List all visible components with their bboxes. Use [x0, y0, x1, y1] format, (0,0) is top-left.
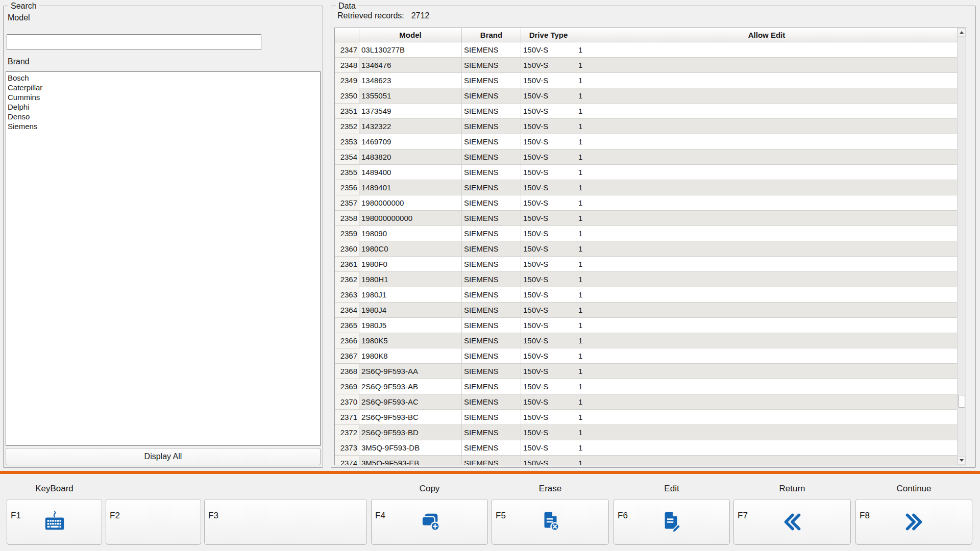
table-row[interactable]: 23571980000000SIEMENS150V-S1	[335, 195, 966, 211]
column-header-brand[interactable]: Brand	[462, 28, 521, 42]
cell-c4: 1	[576, 394, 957, 410]
table-row[interactable]: 23722S6Q-9F593-BDSIEMENS150V-S1	[335, 425, 966, 440]
table-row[interactable]: 23551489400SIEMENS150V-S1	[335, 165, 966, 180]
brand-option[interactable]: Siemens	[6, 121, 320, 131]
cell-c1: 1980C0	[359, 241, 462, 257]
column-header-model[interactable]: Model	[359, 28, 462, 42]
f3-button[interactable]: F3	[204, 499, 367, 545]
cell-c0: 2370	[335, 394, 359, 410]
cell-c3: 150V-S	[521, 348, 576, 364]
cell-c1: 1980H1	[359, 272, 462, 287]
cell-c1: 1483820	[359, 149, 462, 165]
table-row[interactable]: 23601980C0SIEMENS150V-S1	[335, 241, 966, 257]
cell-c0: 2374	[335, 456, 359, 465]
cell-c3: 150V-S	[521, 440, 576, 456]
cell-c0: 2347	[335, 42, 359, 58]
f1-button[interactable]: F1	[7, 499, 102, 545]
table-row[interactable]: 23641980J4SIEMENS150V-S1	[335, 303, 966, 318]
cell-c3: 150V-S	[521, 364, 576, 379]
table-row[interactable]: 23531469709SIEMENS150V-S1	[335, 134, 966, 149]
continue-icon	[902, 510, 926, 534]
cell-c4: 1	[576, 410, 957, 425]
scroll-up-button[interactable]	[958, 28, 966, 37]
f6-button[interactable]: F6	[614, 499, 730, 545]
table-row[interactable]: 23743M5Q-9F593-EBSIEMENS150V-S1	[335, 456, 966, 465]
table-row[interactable]: 23521432322SIEMENS150V-S1	[335, 119, 966, 134]
cell-c4: 1	[576, 180, 957, 195]
fkey-label: F8	[860, 511, 870, 521]
scroll-down-button[interactable]	[958, 456, 966, 465]
search-group-title: Search	[8, 1, 39, 11]
table-row[interactable]: 234703L130277BSIEMENS150V-S1	[335, 42, 966, 58]
table-row[interactable]: 23491348623SIEMENS150V-S1	[335, 73, 966, 88]
f4-button[interactable]: F4	[371, 499, 488, 545]
table-row[interactable]: 23682S6Q-9F593-AASIEMENS150V-S1	[335, 364, 966, 379]
table-row[interactable]: 23481346476SIEMENS150V-S1	[335, 58, 966, 73]
cell-c1: 3M5Q-9F593-EB	[359, 456, 462, 465]
f2-button[interactable]: F2	[106, 499, 201, 545]
records-table: Model Brand Drive Type Allow Edit 234703…	[334, 28, 966, 465]
table-row[interactable]: 23501355051SIEMENS150V-S1	[335, 88, 966, 104]
column-header-allow-edit[interactable]: Allow Edit	[576, 28, 957, 42]
table-row[interactable]: 23733M5Q-9F593-DBSIEMENS150V-S1	[335, 440, 966, 456]
cell-c2: SIEMENS	[462, 318, 521, 333]
cell-c2: SIEMENS	[462, 211, 521, 226]
table-row[interactable]: 23541483820SIEMENS150V-S1	[335, 149, 966, 165]
table-row[interactable]: 2359198090SIEMENS150V-S1	[335, 226, 966, 241]
table-row[interactable]: 23651980J5SIEMENS150V-S1	[335, 318, 966, 333]
display-all-button[interactable]: Display All	[6, 448, 321, 465]
orange-divider	[0, 471, 980, 474]
cell-c3: 150V-S	[521, 88, 576, 104]
cell-c1: 1469709	[359, 134, 462, 149]
table-row[interactable]: 23631980J1SIEMENS150V-S1	[335, 287, 966, 303]
cell-c3: 150V-S	[521, 241, 576, 257]
table-row[interactable]: 23611980F0SIEMENS150V-S1	[335, 257, 966, 272]
cell-c4: 1	[576, 195, 957, 211]
model-label: Model	[8, 13, 30, 22]
cell-c4: 1	[576, 379, 957, 394]
cell-c2: SIEMENS	[462, 257, 521, 272]
cell-c3: 150V-S	[521, 226, 576, 241]
cell-c4: 1	[576, 303, 957, 318]
fkey-label: F6	[618, 511, 628, 521]
brand-option[interactable]: Bosch	[6, 73, 320, 83]
cell-c1: 2S6Q-9F593-BC	[359, 410, 462, 425]
model-input[interactable]	[7, 34, 261, 50]
cell-c1: 2S6Q-9F593-BD	[359, 425, 462, 440]
table-row[interactable]: 2358198000000000SIEMENS150V-S1	[335, 211, 966, 226]
brand-option[interactable]: Denso	[6, 112, 320, 121]
cell-c0: 2350	[335, 88, 359, 104]
table-row[interactable]: 23561489401SIEMENS150V-S1	[335, 180, 966, 195]
cell-c0: 2363	[335, 287, 359, 303]
table-row[interactable]: 23621980H1SIEMENS150V-S1	[335, 272, 966, 287]
table-row[interactable]: 23671980K8SIEMENS150V-S1	[335, 348, 966, 364]
scrollbar-thumb[interactable]	[958, 395, 965, 408]
column-header-rowno[interactable]	[335, 28, 359, 42]
column-header-drive-type[interactable]: Drive Type	[521, 28, 576, 42]
brand-option[interactable]: Cummins	[6, 92, 320, 102]
table-row[interactable]: 23712S6Q-9F593-BCSIEMENS150V-S1	[335, 410, 966, 425]
table-row[interactable]: 23692S6Q-9F593-ABSIEMENS150V-S1	[335, 379, 966, 394]
f8-button[interactable]: F8	[855, 499, 972, 545]
cell-c3: 150V-S	[521, 410, 576, 425]
cell-c2: SIEMENS	[462, 73, 521, 88]
cell-c3: 150V-S	[521, 272, 576, 287]
cell-c3: 150V-S	[521, 303, 576, 318]
table-row[interactable]: 23702S6Q-9F593-ACSIEMENS150V-S1	[335, 394, 966, 410]
table-row[interactable]: 23661980K5SIEMENS150V-S1	[335, 333, 966, 348]
vertical-scrollbar[interactable]	[957, 28, 966, 465]
cell-c4: 1	[576, 134, 957, 149]
f5-button[interactable]: F5	[492, 499, 609, 545]
cell-c1: 2S6Q-9F593-AB	[359, 379, 462, 394]
brand-option[interactable]: Delphi	[6, 102, 320, 112]
brand-option[interactable]: Caterpillar	[6, 83, 320, 92]
cell-c0: 2359	[335, 226, 359, 241]
cell-c0: 2349	[335, 73, 359, 88]
f7-button[interactable]: F7	[733, 499, 851, 545]
retrieved-records-label: Retrieved records:	[337, 11, 404, 20]
table-row[interactable]: 23511373549SIEMENS150V-S1	[335, 104, 966, 119]
cell-c2: SIEMENS	[462, 440, 521, 456]
cell-c3: 150V-S	[521, 73, 576, 88]
cell-c4: 1	[576, 333, 957, 348]
brand-list[interactable]: BoschCaterpillarCumminsDelphiDensoSiemen…	[6, 71, 321, 446]
